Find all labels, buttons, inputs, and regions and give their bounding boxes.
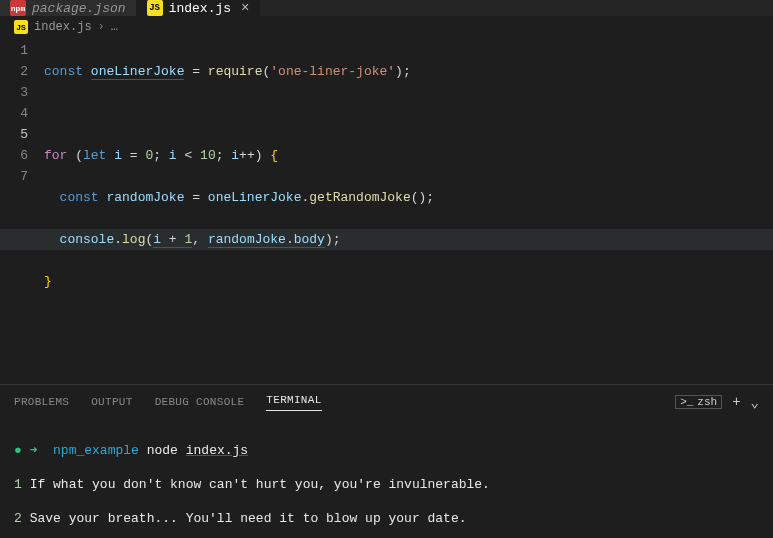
tab-problems[interactable]: PROBLEMS: [14, 396, 69, 408]
line-number: 3: [0, 82, 28, 103]
tab-output[interactable]: OUTPUT: [91, 396, 132, 408]
code-editor[interactable]: 1 2 3 4 5 6 7 const oneLinerJoke = requi…: [0, 38, 773, 384]
close-icon[interactable]: ×: [241, 0, 249, 16]
tab-debug-console[interactable]: DEBUG CONSOLE: [155, 396, 245, 408]
breadcrumb-file: index.js: [34, 20, 92, 34]
line-number: 5: [0, 124, 28, 145]
split-terminal-button[interactable]: ⌄: [751, 394, 759, 411]
terminal-line: ● ➜ npm_example node index.js: [14, 442, 759, 459]
line-number: 4: [0, 103, 28, 124]
shell-name: zsh: [697, 396, 717, 408]
code-content[interactable]: const oneLinerJoke = require('one-liner-…: [44, 40, 773, 376]
shell-selector[interactable]: >_ zsh: [675, 395, 722, 409]
line-number: 7: [0, 166, 28, 187]
terminal-icon: >_: [680, 396, 693, 408]
panel-tabs: PROBLEMS OUTPUT DEBUG CONSOLE TERMINAL >…: [0, 385, 773, 419]
tab-index-js[interactable]: JS index.js ×: [137, 0, 261, 16]
js-icon: JS: [147, 0, 163, 16]
tab-label: index.js: [169, 1, 231, 16]
tab-package-json[interactable]: npm package.json: [0, 0, 137, 16]
npm-icon: npm: [10, 0, 26, 16]
terminal-output[interactable]: ● ➜ npm_example node index.js 1 If what …: [0, 419, 773, 538]
line-gutter: 1 2 3 4 5 6 7: [0, 40, 44, 376]
tab-label: package.json: [32, 1, 126, 16]
line-number: 1: [0, 40, 28, 61]
new-terminal-button[interactable]: +: [732, 394, 740, 410]
js-icon: JS: [14, 20, 28, 34]
line-number: 2: [0, 61, 28, 82]
breadcrumb-more: …: [111, 20, 118, 34]
chevron-right-icon: ›: [98, 20, 105, 34]
tab-terminal[interactable]: TERMINAL: [266, 394, 321, 411]
terminal-line: 2 Save your breath... You'll need it to …: [14, 510, 759, 527]
bottom-panel: PROBLEMS OUTPUT DEBUG CONSOLE TERMINAL >…: [0, 384, 773, 538]
line-number: 6: [0, 145, 28, 166]
breadcrumb[interactable]: JS index.js › …: [0, 16, 773, 38]
editor-tabs: npm package.json JS index.js ×: [0, 0, 773, 16]
terminal-line: 1 If what you don't know can't hurt you,…: [14, 476, 759, 493]
